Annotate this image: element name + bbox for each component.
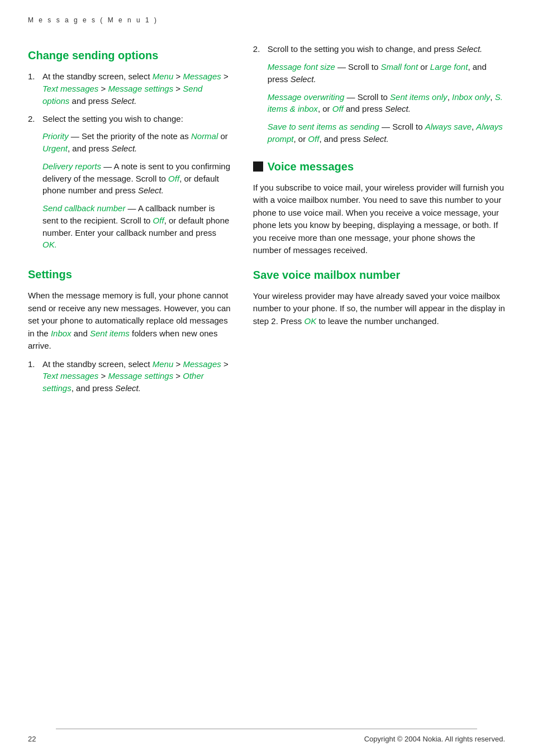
page-number: 22	[28, 734, 36, 745]
select-end3: Select.	[456, 44, 482, 54]
font-size-subitem: Message font size — Scroll to Small font…	[268, 61, 505, 85]
always-save-option: Always save	[425, 122, 472, 131]
priority-label: Priority	[42, 131, 69, 141]
select-end6: Select.	[363, 134, 389, 144]
text-messages-link2: Text messages	[42, 371, 98, 381]
send-callback-label: Send callback number	[42, 203, 125, 213]
left-column: Change sending options 1. At the standby…	[28, 43, 248, 400]
message-settings-link2: Message settings	[108, 371, 173, 381]
page-container: M e s s a g e s ( M e n u 1 ) Change sen…	[0, 0, 533, 756]
overwriting-subitem: Message overwriting — Scroll to Sent ite…	[268, 91, 505, 116]
normal-option: Normal	[191, 131, 218, 141]
off-option2: Off	[153, 216, 164, 225]
list-content: Select the setting you wish to change: P…	[42, 113, 231, 251]
list-number: 2.	[28, 113, 38, 251]
list-content: At the standby screen, select Menu > Mes…	[42, 70, 231, 107]
list-item: 1. At the standby screen, select Menu > …	[28, 358, 231, 394]
header-bar: M e s s a g e s ( M e n u 1 )	[0, 11, 533, 32]
settings-step1: At the standby screen, select Menu > Mes…	[42, 359, 229, 393]
save-voice-body: Your wireless provider may have already …	[253, 290, 505, 328]
voice-square-icon	[253, 161, 263, 172]
text-messages-link: Text messages	[42, 84, 98, 93]
menu-link: Menu	[153, 72, 174, 81]
sent-items-link: Sent items	[90, 329, 130, 338]
inbox-link: Inbox	[51, 329, 72, 338]
off-option: Off	[168, 174, 179, 183]
priority-subitem: Priority — Set the priority of the note …	[42, 130, 231, 155]
select-end5: Select.	[385, 104, 411, 113]
voice-messages-heading: Voice messages	[253, 159, 505, 175]
list-content: At the standby screen, select Menu > Mes…	[42, 358, 231, 394]
inbox-only-option: Inbox only	[452, 92, 490, 102]
content-area: Change sending options 1. At the standby…	[0, 32, 533, 400]
select-text: Select.	[111, 96, 137, 106]
list-content: Scroll to the setting you wish to change…	[268, 43, 505, 145]
ok-option: OK.	[42, 240, 57, 249]
settings-section: Settings When the message memory is full…	[28, 267, 231, 394]
header-text: M e s s a g e s ( M e n u 1 )	[28, 16, 158, 24]
ok-link: OK	[304, 316, 317, 326]
send-callback-subitem: Send callback number — A callback number…	[42, 202, 231, 251]
large-font-option: Large font	[430, 62, 468, 72]
list-item: 1. At the standby screen, select Menu > …	[28, 70, 231, 107]
select-end4: Select.	[291, 74, 316, 84]
list-item: 2. Select the setting you wish to change…	[28, 113, 231, 251]
urgent-option: Urgent	[42, 144, 68, 153]
footer: 22 Copyright © 2004 Nokia. All rights re…	[0, 734, 533, 745]
list-number: 1.	[28, 358, 38, 394]
delivery-reports-subitem: Delivery reports — A note is sent to you…	[42, 160, 231, 197]
voice-messages-body: If you subscribe to voice mail, your wir…	[253, 182, 505, 257]
settings-heading: Settings	[28, 267, 231, 283]
small-font-option: Small font	[380, 62, 418, 72]
messages-link: Messages	[183, 72, 221, 81]
settings-intro: When the message memory is full, your ph…	[28, 289, 231, 353]
footer-divider	[56, 729, 477, 729]
delivery-reports-label: Delivery reports	[42, 161, 101, 171]
voice-messages-section: Voice messages If you subscribe to voice…	[253, 159, 505, 257]
step2-intro: Select the setting you wish to change:	[42, 114, 183, 123]
messages-link2: Messages	[183, 359, 221, 369]
select-end: Select.	[111, 144, 137, 153]
save-voice-section: Save voice mailbox number Your wireless …	[253, 267, 505, 328]
right-step2-text: Scroll to the setting you wish to change…	[268, 44, 482, 54]
change-sending-list: 1. At the standby screen, select Menu > …	[28, 70, 231, 251]
off-option4: Off	[308, 134, 319, 144]
list-item: 2. Scroll to the setting you wish to cha…	[253, 43, 505, 145]
voice-heading-text: Voice messages	[268, 159, 354, 175]
change-sending-heading: Change sending options	[28, 47, 231, 64]
save-sent-subitem: Save to sent items as sending — Scroll t…	[268, 121, 505, 145]
step1-text: At the standby screen, select Menu > Mes…	[42, 72, 229, 106]
settings-list: 1. At the standby screen, select Menu > …	[28, 358, 231, 394]
menu-link2: Menu	[153, 359, 174, 369]
font-size-label: Message font size	[268, 62, 335, 72]
list-number: 2.	[253, 43, 263, 145]
priority-text: — Set the priority of the note as Normal…	[42, 131, 228, 153]
right-column: 2. Scroll to the setting you wish to cha…	[248, 43, 505, 400]
right-step-list: 2. Scroll to the setting you wish to cha…	[253, 43, 505, 145]
overwriting-label: Message overwriting	[268, 92, 345, 102]
list-number: 1.	[28, 70, 38, 107]
copyright-text: Copyright © 2004 Nokia. All rights reser…	[364, 734, 505, 745]
save-voice-heading: Save voice mailbox number	[253, 267, 505, 283]
save-sent-label: Save to sent items as sending	[268, 122, 379, 131]
select-end2: Select.	[115, 383, 141, 393]
message-settings-link: Message settings	[108, 84, 173, 93]
select-end: Select.	[138, 186, 164, 195]
off-option3: Off	[332, 104, 344, 113]
sent-items-only-option: Sent items only	[390, 92, 448, 102]
